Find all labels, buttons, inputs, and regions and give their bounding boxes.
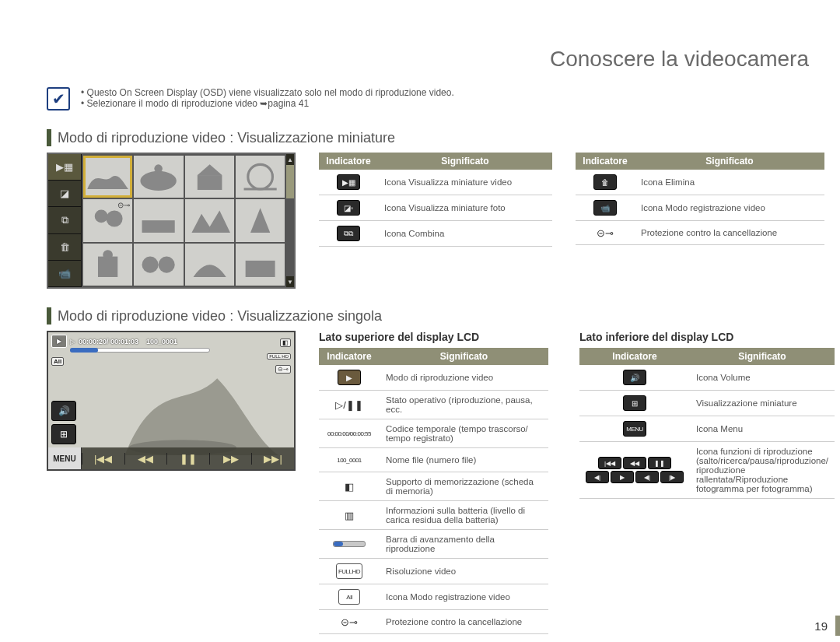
rec-mode-tab[interactable]: 📹	[48, 261, 81, 287]
combine-icon: ⧉⧉	[337, 226, 360, 241]
protect-icon: ⊝⊸	[594, 226, 616, 240]
svg-point-1	[155, 164, 163, 173]
col-indicatore: Indicatore	[576, 153, 635, 170]
thumbview-icon: ⊞	[623, 395, 646, 411]
thumbnail[interactable]	[134, 156, 183, 198]
note-list: Questo On Screen Display (OSD) viene vis…	[81, 87, 454, 109]
thumbnail[interactable]	[185, 244, 234, 286]
thumbnail[interactable]	[236, 244, 285, 286]
svg-point-6	[95, 210, 108, 223]
skip-fwd-button[interactable]: ▶▶|	[251, 453, 294, 465]
svg-rect-8	[142, 220, 175, 233]
file-number-osd: 100_0001	[146, 338, 177, 346]
page-title: Conoscere la videocamera	[39, 47, 809, 72]
play-mode-icon: ▶	[51, 335, 67, 348]
combine-tab[interactable]: ⧉	[48, 207, 81, 233]
legend-table-left: Indicatore Significato ▶▦ Icona Visualiz…	[319, 153, 552, 247]
thumbnail-grid: ⊝⊸	[82, 154, 286, 287]
play-mode-icon: ▶	[338, 370, 361, 385]
frame-fwd-icon: |▶	[660, 471, 684, 483]
legend-text: Icona Volume	[690, 365, 835, 391]
thumbnail[interactable]	[236, 156, 285, 198]
note-item: Selezionare il modo di riproduzione vide…	[81, 98, 454, 109]
svg-point-0	[141, 171, 177, 191]
legend-text: Codice temporale (tempo trascorso/ tempo…	[380, 419, 548, 448]
legend-text: Barra di avanzamento della riproduzione	[380, 530, 548, 559]
video-thumb-tab[interactable]: ▶▦	[48, 154, 81, 181]
svg-rect-2	[197, 175, 222, 190]
legend-text: Visualizzazione miniature	[690, 391, 835, 416]
thumbnail[interactable]	[83, 244, 132, 286]
thumbnail-scrollbar[interactable]: ▲ ▼	[286, 154, 294, 287]
frame-back-icon: ◀|	[586, 471, 609, 483]
legend-text: Nome file (numero file)	[380, 448, 548, 472]
volume-icon: 🔊	[623, 370, 646, 385]
lower-lcd-heading: Lato inferiore del display LCD	[579, 331, 809, 343]
photo-thumb-tab[interactable]: ◪	[48, 181, 81, 207]
upper-lcd-heading: Lato superiore del display LCD	[319, 331, 548, 343]
thumbnail[interactable]: ⊝⊸	[83, 199, 132, 241]
section-heading: Modo di riproduzione video : Visualizzaz…	[58, 308, 382, 325]
svg-point-13	[159, 256, 175, 272]
rewind-button[interactable]: ◀◀	[124, 453, 167, 465]
file-icon: 100_0001	[334, 453, 364, 467]
protect-icon: ⊝⊸	[275, 365, 291, 374]
progress-bar-icon	[333, 541, 366, 547]
thumbnail[interactable]	[185, 156, 234, 198]
forward-button[interactable]: ▶▶	[209, 453, 252, 465]
state-play-icon: ▷	[70, 338, 75, 346]
volume-button[interactable]: 🔊	[51, 401, 76, 421]
svg-point-7	[107, 211, 123, 227]
svg-point-12	[142, 256, 159, 272]
svg-rect-14	[245, 261, 275, 277]
skip-back-button[interactable]: |◀◀	[82, 453, 124, 465]
col-significato: Significato	[635, 153, 824, 170]
legend-text: Modo di riproduzione video	[380, 365, 548, 391]
section-bar	[47, 129, 51, 146]
legend-text: Informazioni sulla batteria (livello di …	[380, 501, 548, 530]
note-item: Questo On Screen Display (OSD) viene vis…	[81, 87, 454, 98]
slow-back-icon: ◀|	[635, 471, 659, 483]
progress-bar[interactable]	[70, 348, 210, 353]
legend-table-right: Indicatore Significato 🗑 Icona Elimina 📹…	[576, 153, 824, 245]
scroll-down-icon[interactable]: ▼	[286, 276, 294, 287]
transport-bar: MENU |◀◀ ◀◀ ❚❚ ▶▶ ▶▶|	[48, 447, 294, 469]
thumbnail[interactable]	[134, 199, 183, 241]
video-thumb-icon: ▶▦	[337, 174, 360, 190]
lcd-thumbnail-view: ▶▦ ◪ ⧉ 🗑 📹 ⊝⊸ ▲	[47, 153, 296, 289]
legend-table-lower: Indicatore Significato 🔊 Icona Volume ⊞ …	[579, 348, 835, 499]
thumbnail[interactable]	[185, 199, 234, 241]
check-icon: ✔	[47, 87, 70, 111]
legend-text: Icona Modo registrazione video	[635, 195, 824, 221]
legend-text: Icona Visualizza miniature video	[378, 170, 552, 195]
storage-icon: ◧	[338, 479, 360, 493]
thumbnail[interactable]	[83, 156, 132, 198]
timecode-osd: 00:00:20/ 00:01:03	[79, 338, 138, 346]
legend-text: Icona Menu	[690, 416, 835, 442]
col-indicatore: Indicatore	[319, 153, 378, 170]
scroll-up-icon[interactable]: ▲	[286, 154, 294, 165]
lcd-single-view: ▶ ▷ 00:00:20/ 00:01:03 100_0001 ◧ FULL H…	[47, 331, 296, 471]
col-indicatore: Indicatore	[579, 348, 690, 365]
pause-icon: ❚❚	[648, 457, 671, 469]
page-tab	[835, 616, 840, 636]
thumbnail[interactable]	[236, 199, 285, 241]
legend-text: Icona Combina	[378, 221, 552, 247]
svg-marker-9	[250, 209, 270, 233]
menu-icon: MENU	[623, 421, 646, 437]
delete-tab[interactable]: 🗑	[48, 234, 81, 261]
pause-button[interactable]: ❚❚	[166, 453, 209, 465]
legend-text: Icona Modo registrazione video	[380, 584, 548, 610]
osd-top-bar: ▶ ▷ 00:00:20/ 00:01:03 100_0001	[48, 332, 294, 350]
svg-marker-3	[197, 164, 222, 175]
thumbnail[interactable]	[134, 244, 183, 286]
svg-point-4	[248, 164, 273, 189]
legend-text: Icona Visualizza miniature foto	[378, 195, 552, 221]
thumbview-button[interactable]: ⊞	[51, 424, 76, 444]
storage-icon: ◧	[280, 339, 291, 347]
legend-text: Protezione contro la cancellazione	[380, 610, 548, 634]
menu-button[interactable]: MENU	[48, 447, 82, 469]
osd-right-icons: ◧ FULL HD ⊝⊸	[267, 335, 291, 375]
recmode-icon: All	[338, 589, 360, 605]
protect-icon: ⊝⊸	[338, 615, 360, 629]
